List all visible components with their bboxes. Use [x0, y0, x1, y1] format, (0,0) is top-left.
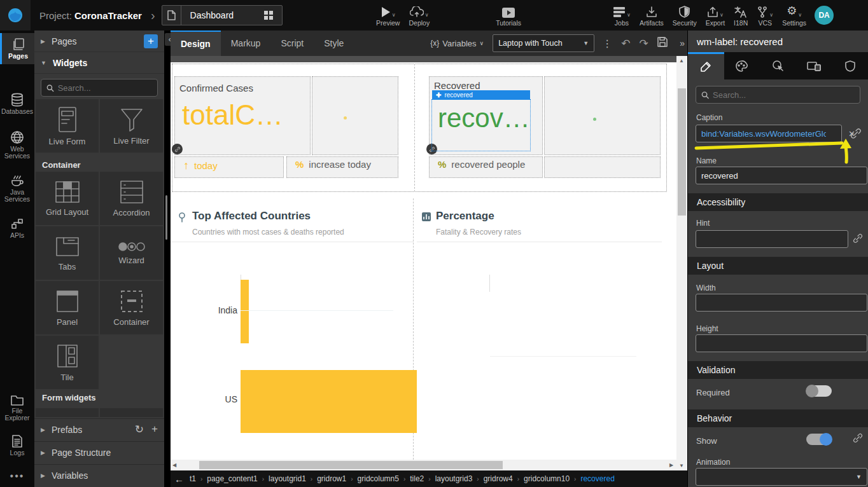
- selection-tag[interactable]: ✚ recovered: [432, 90, 530, 100]
- accessibility-section-header[interactable]: Accessibility: [688, 193, 868, 211]
- tab-properties[interactable]: [688, 52, 724, 79]
- crumb-recovered[interactable]: recovered: [580, 474, 614, 483]
- scroll-right-icon[interactable]: ▶: [669, 462, 673, 468]
- crumb-t1[interactable]: t1: [190, 474, 196, 483]
- rail-item-web-services[interactable]: Web Services: [0, 126, 34, 164]
- widget-search[interactable]: [41, 79, 158, 97]
- add-page-button[interactable]: +: [144, 34, 158, 48]
- percentage-chart-panel[interactable]: Percentage Fatality & Recovery rates: [417, 198, 662, 460]
- chevron-down-icon[interactable]: ∨: [798, 12, 802, 18]
- today-label[interactable]: today: [194, 160, 218, 171]
- name-input[interactable]: [696, 167, 867, 184]
- widget-live-filter[interactable]: Live Filter: [100, 99, 163, 153]
- tab-events[interactable]: [760, 52, 796, 79]
- security-button[interactable]: Security: [668, 0, 701, 31]
- bar-india[interactable]: [241, 280, 249, 343]
- redo-button[interactable]: ↷: [639, 37, 648, 50]
- crumb-gridcolumn5[interactable]: gridcolumn5: [358, 474, 399, 483]
- layout-section-header[interactable]: Layout: [688, 257, 868, 275]
- rail-item-file-explorer[interactable]: File Explorer: [0, 389, 34, 426]
- collapse-right-panel-button[interactable]: »: [680, 38, 685, 48]
- rail-item-java-services[interactable]: Java Services: [0, 169, 34, 207]
- rail-item-pages[interactable]: Pages: [0, 33, 34, 64]
- page-structure-accordion[interactable]: ▶ Page Structure: [34, 441, 164, 463]
- export-button[interactable]: ∨ Export: [701, 0, 729, 31]
- tutorials-button[interactable]: Tutorials: [491, 0, 526, 31]
- tab-devices[interactable]: [796, 52, 832, 79]
- widget-search-input[interactable]: [58, 83, 152, 93]
- deploy-button[interactable]: ∨ Deploy: [404, 0, 434, 31]
- device-selector[interactable]: Laptop with Touch ▼: [493, 34, 594, 52]
- behavior-section-header[interactable]: Behavior: [688, 409, 868, 427]
- tab-script[interactable]: Script: [270, 31, 314, 56]
- chevron-down-icon[interactable]: ∨: [627, 12, 631, 18]
- grid-icon[interactable]: [259, 10, 278, 20]
- crumb-gridrow4[interactable]: gridrow4: [484, 474, 513, 483]
- rail-item-databases[interactable]: Databases: [0, 88, 34, 120]
- animation-select[interactable]: ▼: [696, 468, 867, 486]
- scroll-up-icon[interactable]: ▲: [679, 58, 684, 64]
- scroll-left-icon[interactable]: ◀: [172, 462, 176, 468]
- vertical-scroll-thumb[interactable]: [678, 88, 686, 216]
- refresh-icon[interactable]: ↻: [135, 423, 144, 436]
- undo-button[interactable]: ↶: [621, 37, 630, 50]
- height-input[interactable]: [696, 334, 867, 352]
- bind-badge-icon[interactable]: [172, 144, 183, 154]
- recovered-side-cell[interactable]: [544, 76, 661, 155]
- tab-design[interactable]: Design: [171, 31, 221, 56]
- crumb-layoutgrid1[interactable]: layoutgrid1: [269, 474, 306, 483]
- widget-accordion[interactable]: Accordion: [100, 172, 163, 225]
- crumb-layoutgrid3[interactable]: layoutgrid3: [435, 474, 473, 483]
- recovered-title[interactable]: Recovered: [434, 80, 480, 91]
- show-toggle[interactable]: [806, 434, 832, 445]
- required-toggle[interactable]: [806, 385, 832, 397]
- widget-tabs[interactable]: Tabs: [36, 226, 99, 280]
- chevron-down-icon[interactable]: ∨: [769, 12, 773, 18]
- back-arrow-icon[interactable]: ←: [174, 474, 184, 484]
- save-button[interactable]: [657, 37, 668, 50]
- crumb-gridcolumn10[interactable]: gridcolumn10: [524, 474, 570, 483]
- user-avatar[interactable]: DA: [815, 6, 834, 25]
- widget-grid-layout[interactable]: Grid Layout: [36, 172, 99, 225]
- widget-panel[interactable]: Panel: [36, 281, 99, 334]
- page-tab-dashboard[interactable]: Dashboard: [162, 5, 283, 25]
- jobs-button[interactable]: ∨ Jobs: [608, 0, 635, 31]
- tab-styles[interactable]: [724, 52, 760, 79]
- show-bind-link-icon[interactable]: [852, 432, 864, 444]
- crumb-tile2[interactable]: tile2: [410, 474, 424, 483]
- crumb-gridrow1[interactable]: gridrow1: [317, 474, 346, 483]
- scroll-down-icon[interactable]: ▼: [679, 463, 684, 469]
- confirmed-side-cell[interactable]: [312, 76, 398, 155]
- page-preview[interactable]: Confirmed Cases totalC… ↑ today % increa…: [171, 62, 676, 460]
- widget-container[interactable]: Container: [100, 281, 163, 334]
- variables-accordion[interactable]: ▶ Variables: [34, 464, 164, 486]
- i18n-button[interactable]: I18N: [729, 0, 752, 31]
- add-prefab-button[interactable]: +: [151, 423, 158, 436]
- increase-today-label[interactable]: increase today: [309, 159, 371, 170]
- caption-bind-link-icon[interactable]: [850, 127, 862, 140]
- chevron-down-icon[interactable]: ∨: [392, 12, 396, 18]
- width-input[interactable]: [696, 294, 867, 312]
- countries-chart-panel[interactable]: Top Affected Countries Countries with mo…: [171, 198, 414, 460]
- hint-bind-link-icon[interactable]: [852, 233, 864, 244]
- prefabs-accordion[interactable]: ▶ Prefabs ↻ +: [34, 418, 164, 440]
- validation-section-header[interactable]: Validation: [688, 361, 868, 379]
- tab-security[interactable]: [832, 52, 868, 79]
- settings-button[interactable]: ⚙∨ Settings: [778, 0, 811, 31]
- project-breadcrumb[interactable]: Project: CoronaTracker: [39, 10, 142, 21]
- pages-accordion[interactable]: ▶ Pages +: [34, 31, 164, 52]
- recovered-people-label[interactable]: recovered people: [451, 159, 525, 170]
- move-icon[interactable]: ✚: [436, 92, 441, 99]
- confirmed-value-label[interactable]: totalC…: [182, 99, 283, 131]
- left-panel-scrollbar[interactable]: [165, 195, 167, 240]
- preview-button[interactable]: ∨ Preview: [372, 0, 404, 31]
- widget-live-form[interactable]: Live Form: [36, 99, 99, 153]
- more-options-icon[interactable]: ⋮: [602, 38, 612, 50]
- recovered-footer-right-cell[interactable]: [544, 156, 661, 178]
- caption-input[interactable]: [696, 125, 842, 142]
- rail-item-logs[interactable]: Logs: [0, 430, 34, 461]
- crumb-page-content1[interactable]: page_content1: [207, 474, 257, 483]
- wavemaker-logo[interactable]: [0, 0, 31, 31]
- confirmed-title[interactable]: Confirmed Cases: [179, 83, 253, 93]
- variables-button[interactable]: {x} Variables ∨: [430, 39, 484, 48]
